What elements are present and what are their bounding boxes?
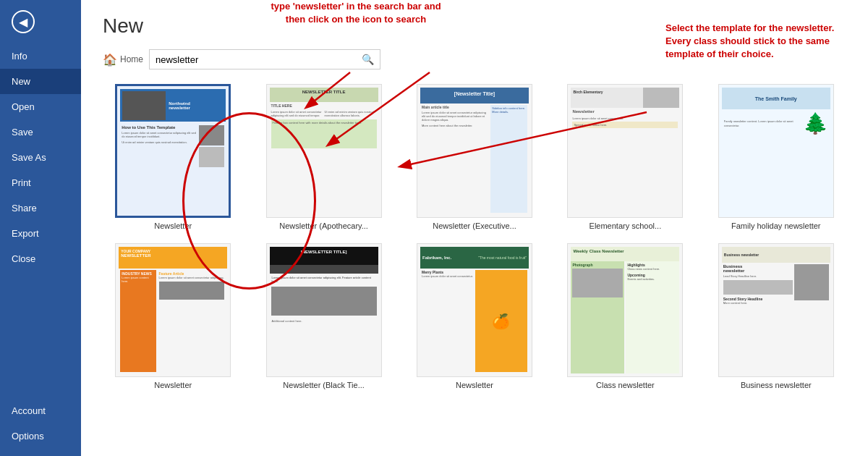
sidebar-item-info[interactable]: Info (0, 43, 81, 69)
sidebar-bottom: Account Options (0, 398, 81, 456)
sidebar-item-open[interactable]: Open (0, 94, 81, 119)
template-label-4: Elementary school... (590, 221, 662, 230)
template-label-7: Newsletter (Black Tie... (283, 381, 364, 389)
sidebar-item-save[interactable]: Save (0, 119, 81, 145)
template-label-3: Newsletter (Executive... (433, 221, 516, 230)
template-item-10[interactable]: Business newsletter Businessnewsletter L… (706, 243, 846, 389)
main-content: type 'newsletter' in the search bar and … (81, 0, 868, 456)
template-label-9: Class newsletter (596, 381, 655, 389)
template-item-2[interactable]: NEWSLETTER TITLE TITLE HERE Lorem ipsum … (253, 84, 393, 230)
sidebar-item-save-as[interactable]: Save As (0, 145, 81, 170)
template-thumb-7[interactable]: [NEWSLETTER TITLE] Lorem ipsum dolor sit… (266, 243, 382, 377)
template-thumb-10[interactable]: Business newsletter Businessnewsletter L… (718, 243, 834, 377)
annotation-template-instruction: Select the template for the newsletter. … (665, 22, 854, 62)
home-link[interactable]: 🏠 Home (103, 53, 143, 67)
template-item-6[interactable]: YOUR COMPANY NEWSLETTER INDUSTRY NEWS Lo… (103, 243, 243, 389)
search-input-wrap: 🔍 (149, 49, 380, 69)
templates-grid: Northwindnewsletter How to Use This Temp… (103, 84, 846, 389)
back-circle-icon[interactable]: ◀ (12, 10, 35, 33)
template-item-3[interactable]: [Newsletter Title] Main article title Lo… (404, 84, 545, 230)
template-thumb-1[interactable]: Northwindnewsletter How to Use This Temp… (115, 84, 231, 218)
sidebar-item-close[interactable]: Close (0, 246, 81, 271)
template-thumb-5[interactable]: The Smith Family Family newsletter conte… (718, 84, 834, 218)
template-item-8[interactable]: Fabrikam, Inc. "The most natural food is… (404, 243, 545, 389)
template-label-5: Family holiday newsletter (731, 221, 821, 230)
sidebar-item-print[interactable]: Print (0, 170, 81, 195)
template-thumb-9[interactable]: Weekly Class Newsletter Photograph Highl… (567, 243, 683, 377)
template-label-1: Newsletter (154, 221, 192, 230)
sidebar: ◀ Info New Open Save Save As Print Share… (0, 0, 81, 456)
sidebar-item-export[interactable]: Export (0, 221, 81, 246)
search-input[interactable] (150, 51, 356, 69)
template-thumb-4[interactable]: Birch Elementary Newsletter Lorem ipsum … (567, 84, 683, 218)
sidebar-item-options[interactable]: Options (0, 423, 81, 449)
template-item-1[interactable]: Northwindnewsletter How to Use This Temp… (103, 84, 243, 230)
template-label-10: Business newsletter (741, 381, 812, 389)
home-label: Home (120, 54, 143, 64)
sidebar-nav: Info New Open Save Save As Print Share E… (0, 43, 81, 456)
templates-section: Northwindnewsletter How to Use This Temp… (103, 84, 846, 389)
template-thumb-3[interactable]: [Newsletter Title] Main article title Lo… (417, 84, 532, 218)
template-label-6: Newsletter (154, 381, 192, 389)
template-label-8: Newsletter (456, 381, 493, 389)
annotation-search-instruction: type 'newsletter' in the search bar and … (269, 0, 443, 26)
sidebar-item-account[interactable]: Account (0, 398, 81, 423)
template-item-9[interactable]: Weekly Class Newsletter Photograph Highl… (555, 243, 695, 389)
home-icon: 🏠 (103, 53, 117, 67)
template-item-4[interactable]: Birch Elementary Newsletter Lorem ipsum … (555, 84, 695, 230)
back-button[interactable]: ◀ (0, 0, 81, 43)
template-thumb-8[interactable]: Fabrikam, Inc. "The most natural food is… (417, 243, 532, 377)
sidebar-item-share[interactable]: Share (0, 195, 81, 221)
template-item-5[interactable]: The Smith Family Family newsletter conte… (706, 84, 846, 230)
template-thumb-2[interactable]: NEWSLETTER TITLE TITLE HERE Lorem ipsum … (266, 84, 382, 218)
template-label-2: Newsletter (Apothecary... (279, 221, 368, 230)
template-thumb-6[interactable]: YOUR COMPANY NEWSLETTER INDUSTRY NEWS Lo… (115, 243, 231, 377)
template-item-7[interactable]: [NEWSLETTER TITLE] Lorem ipsum dolor sit… (253, 243, 393, 389)
search-button[interactable]: 🔍 (356, 50, 380, 69)
sidebar-item-new[interactable]: New (0, 69, 81, 94)
